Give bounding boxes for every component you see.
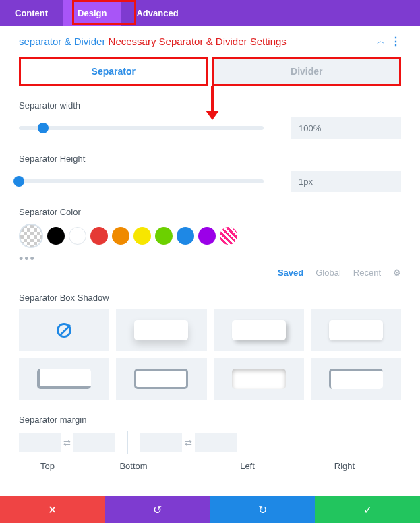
subtab-separator[interactable]: Separator [19,57,208,86]
redo-button[interactable]: ↻ [210,496,316,523]
top-tabs: Content Design Advanced [0,0,420,26]
kebab-menu-icon[interactable]: ⋮ [390,35,401,48]
swatch-orange[interactable] [112,227,129,245]
save-button[interactable]: ✓ [315,496,420,523]
highlight-box-design [72,0,136,25]
link-icon[interactable]: ⇄ [63,438,71,448]
title-part-a: separator & Divider [19,36,105,47]
margin-top-label: Top [19,461,76,471]
divider [127,431,128,454]
undo-button[interactable]: ↺ [105,496,210,523]
shadow-opt-4[interactable] [19,358,109,400]
swatch-blue[interactable] [177,227,194,245]
swatch-black[interactable] [47,227,65,245]
width-value[interactable]: 100% [291,117,401,139]
margin-right-label: Right [304,461,385,471]
subtab-divider[interactable]: Divider [212,57,402,86]
collapse-icon[interactable]: ︿ [377,36,385,47]
shadow-preview [232,320,286,340]
undo-icon: ↺ [153,503,162,516]
gear-icon[interactable]: ⚙ [393,268,401,278]
shadow-opt-3[interactable] [311,309,401,351]
shadow-preview [134,369,188,389]
swatch-green[interactable] [155,227,173,245]
redo-icon: ↻ [258,503,267,516]
shadow-preview [329,320,383,340]
swatch-striped[interactable] [220,227,237,245]
swatch-transparent[interactable] [19,224,43,248]
shadow-preview [134,320,188,340]
shadow-preview [329,369,383,389]
shadow-none[interactable] [19,309,109,351]
preset-recent[interactable]: Recent [353,268,381,278]
shadow-opt-7[interactable] [311,358,401,400]
margin-right-input[interactable] [195,433,237,452]
preset-global[interactable]: Global [316,268,341,278]
close-icon: ✕ [48,503,57,516]
shadow-label: Separator Box Shadow [19,293,401,303]
margin-bottom-label: Bottom [76,461,191,471]
shadow-opt-5[interactable] [116,358,206,400]
link-icon[interactable]: ⇄ [185,438,192,448]
shadow-preview [232,369,286,389]
color-label: Separator Color [19,207,401,217]
cancel-button[interactable]: ✕ [0,496,105,523]
width-label: Separator width [19,100,401,111]
more-colors-icon[interactable]: ••• [19,252,401,266]
margin-label: Separator margin [19,414,401,425]
swatch-red[interactable] [90,227,108,245]
section-title: separator & Divider Necessary Separator … [19,36,287,47]
shadow-preview [37,369,91,389]
height-value[interactable]: 1px [291,171,401,192]
none-icon [57,323,71,338]
margin-bottom-input[interactable] [73,433,115,452]
shadow-opt-1[interactable] [116,309,206,351]
margin-left-input[interactable] [140,433,182,452]
color-swatches [19,224,401,248]
shadow-opt-2[interactable] [214,309,304,351]
preset-saved[interactable]: Saved [278,268,303,278]
swatch-purple[interactable] [198,227,216,245]
swatch-yellow[interactable] [133,227,151,245]
check-icon: ✓ [363,503,372,516]
height-slider-thumb[interactable] [13,176,24,187]
height-label: Separator Height [19,154,401,164]
swatch-white[interactable] [69,227,86,245]
width-slider-thumb[interactable] [38,123,49,133]
margin-left-label: Left [191,461,304,471]
margin-top-input[interactable] [19,433,61,452]
height-slider[interactable] [19,179,264,183]
title-part-b: Necessary Separator & Divider Settings [109,36,287,47]
tab-content[interactable]: Content [0,0,63,26]
width-slider[interactable] [19,126,264,130]
shadow-opt-6[interactable] [214,358,304,400]
